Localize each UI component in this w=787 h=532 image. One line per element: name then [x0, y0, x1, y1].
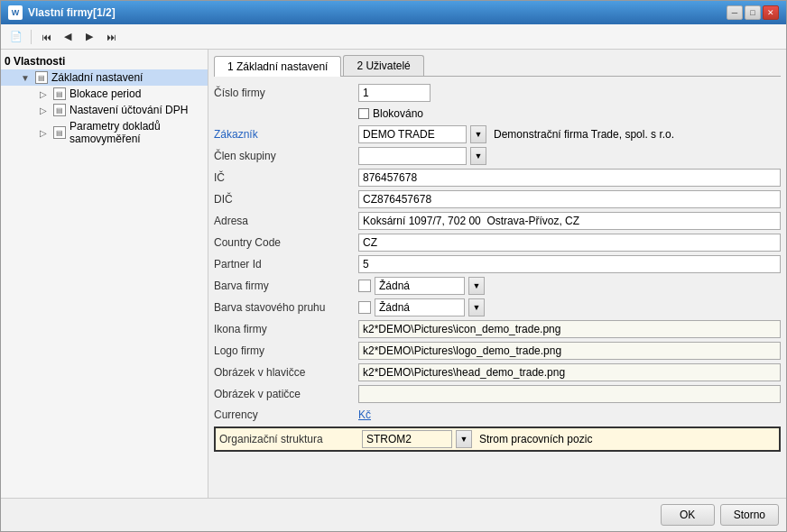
- value-logo-firmy: [358, 342, 781, 360]
- label-cislo-firmy: Číslo firmy: [214, 87, 358, 99]
- row-cislo-firmy: Číslo firmy: [214, 82, 781, 104]
- value-clen-skupiny: ▼: [358, 147, 781, 165]
- row-blokovano: Blokováno: [214, 104, 781, 124]
- close-button[interactable]: ✕: [763, 5, 779, 20]
- first-button[interactable]: ⏮: [36, 28, 56, 46]
- input-clen-skupiny[interactable]: [358, 147, 467, 165]
- input-partner-id[interactable]: [358, 255, 781, 273]
- input-barva-pruhu[interactable]: [375, 298, 465, 316]
- value-adresa: [358, 212, 781, 230]
- input-obrazek-paticka[interactable]: [358, 385, 781, 403]
- value-currency: Kč: [358, 408, 781, 421]
- titlebar-left: W Vlastní firmy[1/2]: [8, 5, 116, 20]
- value-org-struktura: ▼ Strom pracovních pozic: [362, 430, 777, 448]
- label-obrazek-hlavicka: Obrázek v hlavičce: [214, 366, 358, 379]
- value-dic: [358, 190, 781, 208]
- window-title: Vlastní firmy[1/2]: [28, 6, 116, 19]
- last-button[interactable]: ⏭: [101, 28, 121, 46]
- expand-icon-dph: ▷: [37, 104, 50, 116]
- label-country-code: Country Code: [214, 236, 358, 249]
- input-cislo-firmy[interactable]: [358, 84, 431, 102]
- input-country-code[interactable]: [358, 234, 781, 252]
- input-ic[interactable]: [358, 169, 781, 187]
- label-clen-skupiny: Člen skupiny: [214, 150, 358, 162]
- dropdown-zakaznik[interactable]: ▼: [470, 125, 486, 143]
- label-zakaznik: Zákazník: [214, 128, 358, 141]
- input-org-struktura[interactable]: [362, 430, 452, 448]
- row-adresa: Adresa: [214, 210, 781, 232]
- label-ic: IČ: [214, 171, 358, 184]
- input-dic[interactable]: [358, 190, 781, 208]
- sidebar-root[interactable]: 0 Vlastnosti: [1, 53, 208, 69]
- sidebar-label-parametry: Parametry dokladů samovyměření: [69, 120, 200, 145]
- doc-icon-parametry: ▤: [53, 126, 66, 139]
- doc-icon-blokace: ▤: [53, 87, 66, 100]
- expand-icon-parametry: ▷: [37, 126, 50, 139]
- input-obrazek-hlavicka[interactable]: [358, 363, 781, 381]
- doc-icon-dph: ▤: [53, 104, 66, 116]
- dropdown-barva-pruhu[interactable]: ▼: [468, 298, 485, 316]
- value-cislo-firmy: [358, 84, 781, 102]
- tab-zakladni-nastaveni[interactable]: 1 Základní nastavení: [214, 56, 341, 77]
- checkbox-blokovano[interactable]: [358, 108, 369, 119]
- titlebar-controls: ─ □ ✕: [727, 5, 779, 20]
- doc-icon: ▤: [35, 71, 48, 84]
- minimize-button[interactable]: ─: [727, 5, 743, 20]
- value-obrazek-hlavicka: [358, 363, 781, 381]
- input-logo-firmy[interactable]: [358, 342, 781, 360]
- sidebar-item-zakladni-nastaveni[interactable]: ▼ ▤ Základní nastavení: [1, 69, 208, 86]
- input-barva-firmy[interactable]: [375, 277, 465, 295]
- row-zakaznik: Zákazník ▼ Demonstrační firma Trade, spo…: [214, 124, 781, 145]
- value-ikona-firmy: [358, 320, 781, 338]
- row-currency: Currency Kč: [214, 405, 781, 425]
- value-country-code: [358, 234, 781, 252]
- toolbar-separator: [31, 30, 32, 44]
- tab-uzivatele[interactable]: 2 Uživatelé: [343, 55, 423, 76]
- toolbar: 📄 ⏮ ◀ ▶ ⏭: [1, 24, 786, 50]
- sidebar-label-dph: Nastavení účtování DPH: [69, 104, 188, 116]
- row-country-code: Country Code: [214, 232, 781, 253]
- tabs: 1 Základní nastavení 2 Uživatelé: [214, 55, 781, 77]
- input-ikona-firmy[interactable]: [358, 320, 781, 338]
- input-adresa[interactable]: [358, 212, 781, 230]
- sidebar-item-dph[interactable]: ▷ ▤ Nastavení účtování DPH: [1, 102, 208, 118]
- label-blokovano-text: Blokováno: [373, 107, 423, 120]
- row-partner-id: Partner Id: [214, 253, 781, 275]
- dropdown-clen-skupiny[interactable]: ▼: [470, 147, 486, 165]
- sidebar-item-blokace[interactable]: ▷ ▤ Blokace period: [1, 86, 208, 102]
- row-barva-firmy: Barva firmy ▼: [214, 275, 781, 297]
- label-obrazek-paticka: Obrázek v patičce: [214, 388, 358, 400]
- footer: OK Storno: [1, 498, 786, 531]
- row-org-struktura: Organizační struktura ▼ Strom pracovních…: [214, 427, 781, 452]
- label-adresa: Adresa: [214, 215, 358, 227]
- row-clen-skupiny: Člen skupiny ▼: [214, 145, 781, 167]
- dropdown-barva-firmy[interactable]: ▼: [468, 277, 485, 295]
- link-currency[interactable]: Kč: [358, 408, 371, 421]
- sidebar: 0 Vlastnosti ▼ ▤ Základní nastavení ▷ ▤ …: [1, 50, 208, 498]
- value-ic: [358, 169, 781, 187]
- label-org-struktura: Organizační struktura: [218, 433, 362, 445]
- label-barva-pruhu: Barva stavového pruhu: [214, 301, 358, 314]
- sidebar-item-parametry[interactable]: ▷ ▤ Parametry dokladů samovyměření: [1, 118, 208, 147]
- row-obrazek-hlavicka: Obrázek v hlavičce: [214, 362, 781, 383]
- new-button[interactable]: 📄: [6, 28, 26, 46]
- label-ikona-firmy: Ikona firmy: [214, 323, 358, 335]
- row-dic: DIČ: [214, 188, 781, 210]
- input-zakaznik[interactable]: [358, 125, 467, 143]
- color-box-pruhu: [358, 301, 371, 314]
- value-barva-pruhu: ▼: [358, 298, 781, 316]
- sidebar-root-label: 0 Vlastnosti: [5, 55, 65, 68]
- value-blokovano: Blokováno: [358, 107, 781, 120]
- cancel-button[interactable]: Storno: [720, 504, 779, 526]
- restore-button[interactable]: □: [745, 5, 761, 20]
- checkbox-blokovano-area: Blokováno: [358, 107, 423, 120]
- ok-button[interactable]: OK: [661, 504, 715, 526]
- row-obrazek-paticka: Obrázek v patičce: [214, 383, 781, 405]
- row-barva-pruhu: Barva stavového pruhu ▼: [214, 297, 781, 318]
- next-button[interactable]: ▶: [79, 28, 99, 46]
- dropdown-org-struktura[interactable]: ▼: [456, 430, 472, 448]
- prev-button[interactable]: ◀: [58, 28, 78, 46]
- main-content: 0 Vlastnosti ▼ ▤ Základní nastavení ▷ ▤ …: [1, 50, 786, 498]
- row-logo-firmy: Logo firmy: [214, 340, 781, 362]
- label-partner-id: Partner Id: [214, 258, 358, 271]
